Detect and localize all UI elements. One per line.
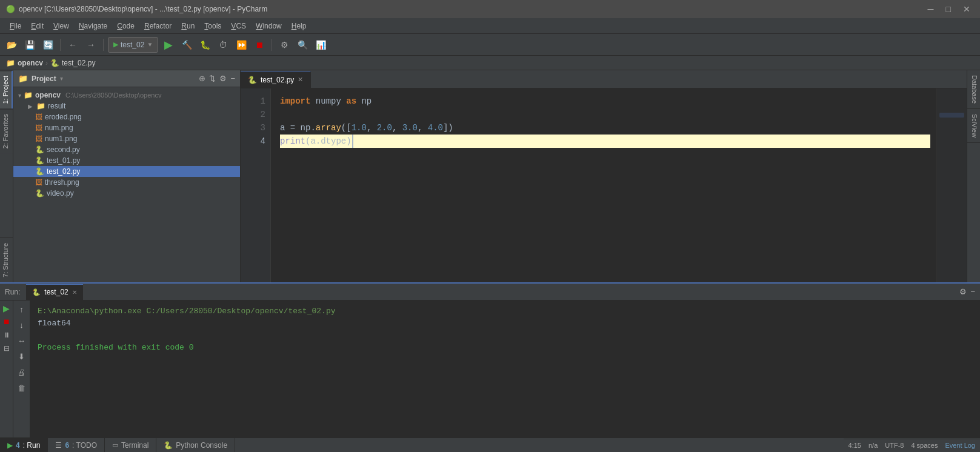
stop-run-button[interactable]: ⏹	[1, 316, 12, 327]
menu-edit[interactable]: Edit	[26, 21, 48, 32]
right-tab-database[interactable]: Database	[967, 70, 980, 109]
png-icon: 🖼	[35, 178, 42, 187]
run-button[interactable]: ▶	[161, 37, 176, 53]
code-line-1: import numpy as np	[280, 95, 930, 108]
coverage-button[interactable]: ⏱	[215, 37, 231, 53]
menu-navigate[interactable]: Navigate	[74, 21, 112, 32]
sidebar-tab-project[interactable]: 1: Project	[0, 70, 13, 108]
tree-item-name: test_02.py	[47, 167, 80, 176]
py-icon: 🐍	[35, 189, 44, 198]
breadcrumb-folder[interactable]: opencv	[18, 59, 43, 67]
status-selection[interactable]: n/a	[868, 442, 878, 449]
code-content[interactable]: import numpy as np a = np. array ([ 1.0	[271, 88, 936, 282]
run-tab-close[interactable]: ✕	[72, 289, 77, 296]
project-settings-icon[interactable]: ⚙	[219, 74, 227, 83]
build-button[interactable]: 🔨	[179, 37, 195, 53]
menu-refactor[interactable]: Refactor	[139, 21, 176, 32]
scroll-end-button[interactable]: ⬇	[16, 350, 28, 362]
menu-view[interactable]: View	[48, 21, 74, 32]
minimize-button[interactable]: ─	[924, 4, 938, 14]
python-console-label: Python Console	[176, 441, 227, 450]
profile-button[interactable]: ⏩	[233, 37, 249, 53]
breadcrumb-folder-icon: 📁	[6, 59, 15, 67]
todo-icon: ☰	[55, 441, 62, 450]
event-log[interactable]: Event Log	[945, 442, 975, 449]
tree-item-num1[interactable]: 🖼 num1.png	[13, 133, 240, 144]
png-icon: 🖼	[35, 113, 42, 121]
wrap-button[interactable]: ↔	[16, 334, 28, 347]
menu-file[interactable]: File	[5, 21, 26, 32]
menu-window[interactable]: Window	[251, 21, 287, 32]
line-num-2: 2	[241, 108, 265, 121]
tree-item-num[interactable]: 🖼 num.png	[13, 122, 240, 133]
token-comma1: ,	[367, 121, 377, 135]
expand-icon[interactable]: ⇅	[209, 74, 216, 83]
project-hide-icon[interactable]: −	[230, 74, 235, 83]
run-tab-test02[interactable]: 🐍 test_02 ✕	[26, 284, 82, 300]
tree-item-test02[interactable]: 🐍 test_02.py	[13, 166, 240, 177]
remove-button[interactable]: 🗑	[16, 382, 28, 394]
menu-help[interactable]: Help	[287, 21, 312, 32]
pause-button[interactable]: ⏸	[1, 330, 12, 341]
tab-name: test_02.py	[261, 76, 294, 84]
title-bar: 🟢 opencv [C:\Users\28050\Desktop\opencv]…	[0, 0, 980, 18]
sidebar-tab-favorites[interactable]: 2: Favorites	[0, 108, 13, 153]
menu-run[interactable]: Run	[176, 21, 199, 32]
sync-button[interactable]: 🔄	[40, 37, 56, 53]
run-config-selector[interactable]: ▶ test_02 ▼	[108, 37, 158, 53]
tree-item-second[interactable]: 🐍 second.py	[13, 144, 240, 155]
run-settings-icon[interactable]: ⚙	[959, 287, 967, 296]
bottom-tab-terminal[interactable]: ▭ Terminal	[105, 438, 156, 453]
editor-tabs: 🐍 test_02.py ✕	[241, 70, 967, 88]
tree-item-video[interactable]: 🐍 video.py	[13, 188, 240, 199]
tree-item-eroded[interactable]: 🖼 eroded.png	[13, 111, 240, 122]
up-button[interactable]: ↑	[16, 303, 28, 315]
down-button[interactable]: ↓	[16, 319, 28, 331]
menu-vcs[interactable]: VCS	[226, 21, 251, 32]
menu-code[interactable]: Code	[112, 21, 139, 32]
tree-item-thresh[interactable]: 🖼 thresh.png	[13, 177, 240, 188]
status-position[interactable]: 4:15	[848, 442, 861, 449]
toolbar-separator-2	[103, 39, 104, 51]
print-button[interactable]: 🖨	[16, 366, 28, 378]
status-encoding[interactable]: UTF-8	[885, 442, 904, 449]
token-np: np	[356, 95, 372, 108]
bottom-tab-todo[interactable]: ☰ 6 : TODO	[48, 438, 105, 453]
open-button[interactable]: 📂	[4, 37, 19, 53]
tree-item-test01[interactable]: 🐍 test_01.py	[13, 155, 240, 166]
editor-tab-test02[interactable]: 🐍 test_02.py ✕	[241, 71, 311, 88]
search-toolbar-button[interactable]: 🔍	[295, 37, 310, 53]
stop-button[interactable]: ⏹	[252, 37, 267, 53]
forward-button[interactable]: →	[83, 37, 99, 53]
back-button[interactable]: ←	[65, 37, 81, 53]
tree-root[interactable]: ▾ 📁 opencv C:\Users\28050\Desktop\opencv	[13, 90, 240, 101]
toolbar-separator-1	[60, 39, 61, 51]
locate-icon[interactable]: ⊕	[199, 74, 205, 83]
right-tab-sciview[interactable]: SciView	[967, 109, 980, 143]
run-command: E:\Anaconda\python.exe C:/Users/28050/De…	[38, 305, 973, 317]
code-editor[interactable]: 1 2 3 4 import numpy as np	[241, 88, 967, 282]
debug-button[interactable]: 🐛	[197, 37, 213, 53]
token-eq: = np.	[285, 121, 315, 135]
sidebar-tab-structure[interactable]: 7: Structure	[0, 238, 13, 282]
tree-item-name: result	[48, 102, 65, 110]
run-tab-icon: ▶	[7, 441, 13, 450]
bottom-tab-run[interactable]: ▶ 4 : Run	[0, 438, 48, 453]
status-indent[interactable]: 4 spaces	[911, 442, 938, 449]
tree-item-result[interactable]: ▶ 📁 result	[13, 101, 240, 111]
bottom-tab-python-console[interactable]: 🐍 Python Console	[156, 438, 235, 453]
rerun-button[interactable]: ▶	[1, 303, 12, 314]
settings-toolbar-button[interactable]: ⚙	[276, 37, 292, 53]
vcs-toolbar-button[interactable]: 📊	[313, 37, 328, 53]
save-button[interactable]: 💾	[22, 37, 38, 53]
menu-tools[interactable]: Tools	[199, 21, 226, 32]
project-arrow[interactable]: ▾	[60, 75, 63, 82]
breadcrumb-file[interactable]: test_02.py	[62, 59, 95, 67]
restore-layout-button[interactable]: ⊟	[1, 343, 12, 354]
close-button[interactable]: ✕	[959, 4, 974, 14]
run-collapse-icon[interactable]: −	[970, 287, 975, 296]
run-label: Run:	[5, 288, 20, 296]
tab-close-button[interactable]: ✕	[298, 76, 303, 84]
maximize-button[interactable]: □	[942, 4, 955, 14]
tab-file-icon: 🐍	[248, 76, 257, 84]
